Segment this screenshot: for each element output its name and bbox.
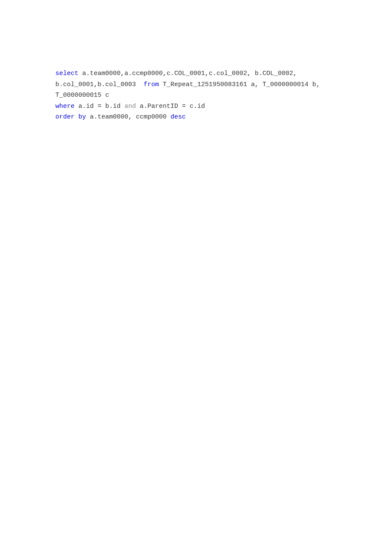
sql-token-text: a.ParentID = c.id [136, 103, 205, 110]
sql-token-keyword-and: and [124, 103, 136, 110]
sql-token-text: a.id = b.id [75, 103, 124, 110]
sql-token-keyword: from [144, 81, 159, 88]
sql-token-keyword: select [55, 70, 78, 77]
sql-code-block: select a.team0000,a.ccmp0000,c.COL_0001,… [55, 68, 337, 123]
sql-token-keyword: order by [55, 113, 86, 121]
sql-token-keyword: where [55, 103, 75, 110]
sql-token-keyword: desc [170, 113, 186, 121]
sql-token-text: a.team0000, ccmp0000 [86, 113, 170, 121]
